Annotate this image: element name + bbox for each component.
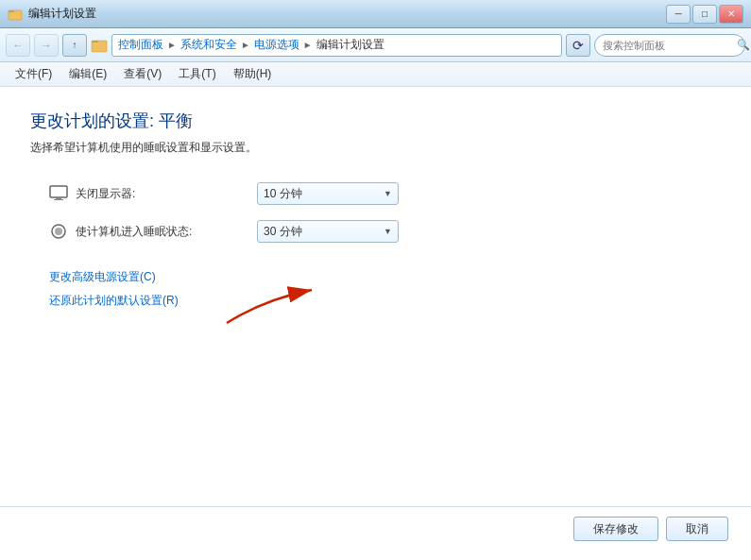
svg-point-8 xyxy=(55,228,62,235)
titlebar: 编辑计划设置 ─ □ ✕ xyxy=(0,0,751,28)
links-section: 更改高级电源设置(C) 还原此计划的默认设置(R) xyxy=(49,269,721,309)
setting-label-cell-sleep: 使计算机进入睡眠状态: xyxy=(49,222,257,241)
display-dropdown[interactable]: 10 分钟 ▼ xyxy=(257,182,399,205)
breadcrumb-system[interactable]: 系统和安全 xyxy=(180,37,237,53)
minimize-button[interactable]: ─ xyxy=(666,5,691,24)
search-icon: 🔍 xyxy=(737,39,750,51)
restore-defaults-link[interactable]: 还原此计划的默认设置(R) xyxy=(49,293,721,309)
breadcrumb-sep-3: ► xyxy=(303,40,313,50)
up-button[interactable]: ↑ xyxy=(62,34,87,57)
menu-file[interactable]: 文件(F) xyxy=(8,64,60,84)
breadcrumb-sep-2: ► xyxy=(241,40,250,50)
setting-label-cell-display: 关闭显示器: xyxy=(49,184,257,203)
display-icon xyxy=(49,184,68,203)
sleep-dropdown[interactable]: 30 分钟 ▼ xyxy=(257,220,399,243)
menu-tools[interactable]: 工具(T) xyxy=(171,64,223,84)
svg-rect-4 xyxy=(50,186,67,197)
titlebar-left: 编辑计划设置 xyxy=(8,6,96,22)
cancel-button[interactable]: 取消 xyxy=(666,517,728,541)
display-label: 关闭显示器: xyxy=(76,186,135,202)
breadcrumb-bar: 控制面板 ► 系统和安全 ► 电源选项 ► 编辑计划设置 xyxy=(111,34,562,57)
back-button[interactable]: ← xyxy=(6,34,30,57)
content-area: 更改计划的设置: 平衡 选择希望计算机使用的睡眠设置和显示设置。 关闭显示器: … xyxy=(0,87,751,560)
sleep-control: 30 分钟 ▼ xyxy=(257,220,399,243)
breadcrumb-power[interactable]: 电源选项 xyxy=(254,37,299,53)
maximize-button[interactable]: □ xyxy=(692,5,717,24)
sleep-dropdown-arrow: ▼ xyxy=(384,227,392,236)
setting-row-display: 关闭显示器: 10 分钟 ▼ xyxy=(49,182,721,205)
settings-table: 关闭显示器: 10 分钟 ▼ 使计算机进入睡眠状态: xyxy=(49,182,721,243)
page-title: 更改计划的设置: 平衡 xyxy=(30,110,721,132)
forward-button[interactable]: → xyxy=(34,34,59,57)
monitor-icon xyxy=(49,185,68,202)
titlebar-controls: ─ □ ✕ xyxy=(666,5,743,24)
breadcrumb-sep-1: ► xyxy=(167,40,177,50)
addressbar: ← → ↑ 控制面板 ► 系统和安全 ► 电源选项 ► 编辑计划设置 ⟳ 🔍 xyxy=(0,28,751,62)
search-input[interactable] xyxy=(603,40,733,51)
svg-rect-3 xyxy=(92,41,98,42)
svg-rect-5 xyxy=(56,197,61,199)
divider xyxy=(0,506,751,507)
display-value: 10 分钟 xyxy=(264,186,302,202)
moon-icon xyxy=(50,223,67,240)
menubar: 文件(F) 编辑(E) 查看(V) 工具(T) 帮助(H) xyxy=(0,62,751,87)
display-control: 10 分钟 ▼ xyxy=(257,182,399,205)
save-button[interactable]: 保存修改 xyxy=(573,517,658,541)
window-icon xyxy=(8,7,23,22)
red-arrow-annotation xyxy=(208,271,331,328)
page-subtitle: 选择希望计算机使用的睡眠设置和显示设置。 xyxy=(30,140,721,156)
sleep-value: 30 分钟 xyxy=(264,224,302,240)
menu-edit[interactable]: 编辑(E) xyxy=(61,64,114,84)
menu-help[interactable]: 帮助(H) xyxy=(226,64,280,84)
location-icon xyxy=(91,37,108,54)
search-bar[interactable]: 🔍 xyxy=(594,34,745,57)
sleep-label: 使计算机进入睡眠状态: xyxy=(76,224,192,240)
breadcrumb-controlpanel[interactable]: 控制面板 xyxy=(118,37,163,53)
bottom-bar: 保存修改 取消 xyxy=(573,517,728,541)
breadcrumb-current: 编辑计划设置 xyxy=(316,37,384,53)
display-dropdown-arrow: ▼ xyxy=(384,189,392,198)
window-title: 编辑计划设置 xyxy=(28,6,96,22)
refresh-button[interactable]: ⟳ xyxy=(566,34,590,57)
advanced-settings-link[interactable]: 更改高级电源设置(C) xyxy=(49,269,721,285)
sleep-icon xyxy=(49,222,68,241)
svg-rect-1 xyxy=(9,10,14,12)
close-button[interactable]: ✕ xyxy=(719,5,743,24)
svg-rect-6 xyxy=(54,199,63,200)
menu-view[interactable]: 查看(V) xyxy=(116,64,169,84)
setting-row-sleep: 使计算机进入睡眠状态: 30 分钟 ▼ xyxy=(49,220,721,243)
